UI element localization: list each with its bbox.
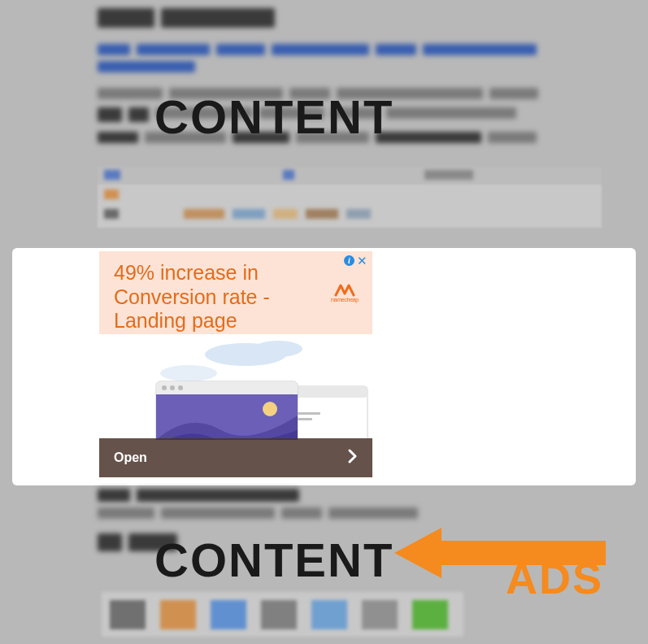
ad-headline: 49% increase in Conversion rate - Landin… xyxy=(114,261,293,333)
ad-unit[interactable]: 49% increase in Conversion rate - Landin… xyxy=(99,251,372,477)
ad-open-label: Open xyxy=(114,450,147,465)
ad-brand-logo: namecheap xyxy=(327,284,363,308)
ad-header: 49% increase in Conversion rate - Landin… xyxy=(99,251,372,334)
ad-illustration xyxy=(99,334,372,440)
chevron-right-icon xyxy=(348,449,358,468)
svg-point-12 xyxy=(170,385,175,390)
content-label-top: CONTENT xyxy=(154,89,394,144)
content-label-bottom: CONTENT xyxy=(154,533,394,587)
close-ad-icon[interactable]: ✕ xyxy=(357,255,367,267)
mock-table xyxy=(98,167,602,228)
svg-rect-10 xyxy=(156,381,298,394)
svg-point-1 xyxy=(254,341,302,357)
svg-point-15 xyxy=(263,402,277,416)
ad-panel: 49% increase in Conversion rate - Landin… xyxy=(12,248,636,485)
ad-open-button[interactable]: Open xyxy=(99,438,372,477)
svg-point-2 xyxy=(160,365,217,381)
svg-point-13 xyxy=(178,385,183,390)
adchoices-icon[interactable]: i xyxy=(344,255,354,266)
ad-brand-name: namecheap xyxy=(331,297,359,302)
bottom-thumbnails xyxy=(102,592,463,637)
svg-point-11 xyxy=(162,385,167,390)
ad-info-controls: i ✕ xyxy=(344,255,367,267)
